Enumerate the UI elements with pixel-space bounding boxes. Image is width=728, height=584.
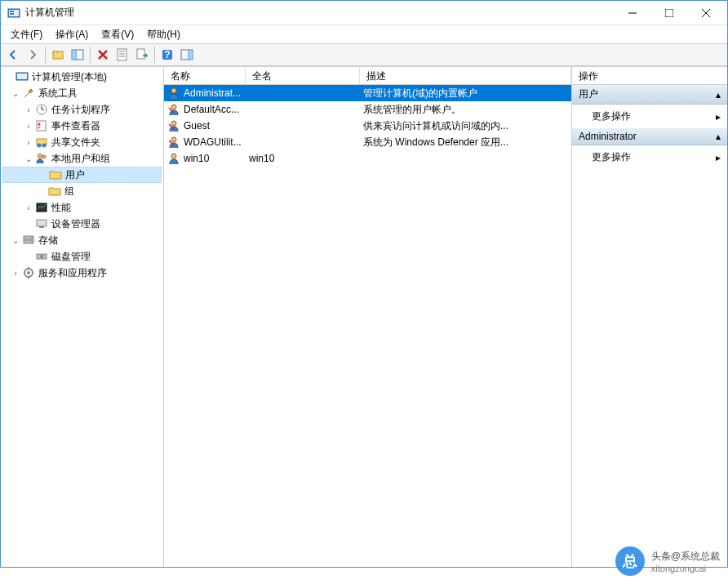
user-icon xyxy=(167,103,180,116)
action-more-admin[interactable]: 更多操作 ▸ xyxy=(572,145,727,169)
action-section-admin[interactable]: Administrator ▴ xyxy=(572,128,727,145)
chevron-right-icon[interactable]: › xyxy=(22,203,35,212)
computer-icon xyxy=(16,70,29,83)
cell-description xyxy=(360,157,571,160)
cell-description: 供来宾访问计算机或访问域的内... xyxy=(360,118,571,135)
minimize-button[interactable] xyxy=(614,1,650,25)
actions-panel: 操作 用户 ▴ 更多操作 ▸ Administrator ▴ 更多操作 ▸ xyxy=(572,67,727,567)
separator xyxy=(45,47,46,63)
tree-label: 性能 xyxy=(51,201,71,215)
disk-icon xyxy=(35,250,48,263)
tree-disk-management[interactable]: 磁盘管理 xyxy=(2,248,162,265)
separator xyxy=(154,47,155,63)
cell-fullname xyxy=(246,91,360,95)
menu-view[interactable]: 查看(V) xyxy=(95,26,140,43)
section-label: Administrator xyxy=(579,131,637,142)
action-more-users[interactable]: 更多操作 ▸ xyxy=(572,105,727,128)
cell-fullname xyxy=(246,124,360,127)
tree-label: 磁盘管理 xyxy=(51,250,91,264)
delete-button[interactable] xyxy=(94,46,112,64)
svg-rect-5 xyxy=(665,9,673,17)
svg-rect-3 xyxy=(10,13,14,15)
actions-pane-button[interactable] xyxy=(178,46,196,64)
main-window: 计算机管理 文件(F) 操作(A) 查看(V) 帮助(H) ? xyxy=(0,0,728,568)
list-row[interactable]: WDAGUtilit... 系统为 Windows Defender 应用... xyxy=(164,134,571,150)
user-icon xyxy=(167,152,180,165)
menu-help[interactable]: 帮助(H) xyxy=(140,26,187,43)
menu-action[interactable]: 操作(A) xyxy=(49,26,95,43)
tree-panel[interactable]: 计算机管理(本地) ⌄ 系统工具 › 任务计划程序 › 事件查看器 xyxy=(1,67,164,567)
chevron-right-icon[interactable]: › xyxy=(22,105,35,114)
show-hide-tree-button[interactable] xyxy=(69,46,87,64)
user-icon xyxy=(167,87,180,100)
tree-device-manager[interactable]: 设备管理器 xyxy=(2,216,162,232)
column-fullname[interactable]: 全名 xyxy=(246,67,360,84)
svg-text:?: ? xyxy=(164,49,170,60)
tree-root[interactable]: 计算机管理(本地) xyxy=(2,69,162,85)
chevron-right-icon[interactable]: › xyxy=(9,269,22,278)
tree-system-tools[interactable]: ⌄ 系统工具 xyxy=(2,85,162,101)
tree-groups[interactable]: 组 xyxy=(2,183,162,199)
chevron-down-icon[interactable]: ⌄ xyxy=(22,154,35,163)
tree-task-scheduler[interactable]: › 任务计划程序 xyxy=(2,101,162,118)
tree-services-apps[interactable]: › 服务和应用程序 xyxy=(2,265,162,281)
svg-point-49 xyxy=(171,105,176,109)
chevron-right-icon[interactable]: › xyxy=(22,122,35,131)
user-icon xyxy=(167,136,180,149)
back-button[interactable] xyxy=(4,46,22,64)
maximize-button[interactable] xyxy=(650,1,687,25)
watermark-logo-icon: 总 xyxy=(615,546,645,576)
tree-label: 存储 xyxy=(38,234,58,247)
chevron-down-icon[interactable]: ⌄ xyxy=(9,236,22,245)
tree-label: 组 xyxy=(64,185,74,198)
tree-label: 任务计划程序 xyxy=(51,103,110,117)
column-name[interactable]: 名称 xyxy=(164,67,246,84)
window-controls xyxy=(614,1,724,25)
up-button[interactable] xyxy=(49,46,67,64)
properties-button[interactable] xyxy=(113,46,131,64)
list-panel: 名称 全名 描述 Administrat... 管理计算机(域)的内置帐户 De… xyxy=(164,67,572,567)
event-icon xyxy=(35,119,48,132)
performance-icon xyxy=(35,201,48,214)
list-row[interactable]: win10 win10 xyxy=(164,150,571,167)
tree-event-viewer[interactable]: › 事件查看器 xyxy=(2,118,162,134)
svg-point-28 xyxy=(38,123,41,126)
separator xyxy=(90,47,91,63)
forward-button[interactable] xyxy=(24,46,42,64)
cell-description: 系统为 Windows Defender 应用... xyxy=(360,134,571,151)
cell-description: 管理计算机(域)的内置帐户 xyxy=(360,85,571,102)
tree-shared-folders[interactable]: › 共享文件夹 xyxy=(2,134,162,150)
cell-name: win10 xyxy=(184,153,209,164)
svg-rect-23 xyxy=(17,74,27,79)
tree-users[interactable]: 用户 xyxy=(2,167,162,183)
list-row[interactable]: Administrat... 管理计算机(域)的内置帐户 xyxy=(164,85,571,101)
help-button[interactable]: ? xyxy=(158,46,176,64)
watermark: 总 头条@系统总裁 xitongzongcai xyxy=(615,546,720,576)
svg-point-31 xyxy=(38,144,42,148)
svg-point-32 xyxy=(42,144,47,148)
svg-point-52 xyxy=(171,154,176,158)
svg-point-29 xyxy=(38,127,41,129)
action-section-users[interactable]: 用户 ▴ xyxy=(572,85,727,105)
tree-performance[interactable]: › 性能 xyxy=(2,199,162,216)
chevron-down-icon[interactable]: ⌄ xyxy=(9,89,22,98)
list-row[interactable]: Guest 供来宾访问计算机或访问域的内... xyxy=(164,118,571,134)
chevron-right-icon[interactable]: › xyxy=(22,138,35,147)
export-button[interactable] xyxy=(133,46,151,64)
user-icon xyxy=(167,119,180,132)
svg-point-40 xyxy=(31,237,33,239)
users-icon xyxy=(35,152,48,165)
list-body[interactable]: Administrat... 管理计算机(域)的内置帐户 DefaultAcc.… xyxy=(164,85,571,567)
tree-storage[interactable]: ⌄ 存储 xyxy=(2,232,162,248)
tree-local-users-groups[interactable]: ⌄ 本地用户和组 xyxy=(2,150,162,167)
close-button[interactable] xyxy=(687,1,724,25)
svg-rect-2 xyxy=(10,11,14,12)
wrench-icon xyxy=(22,87,35,100)
services-icon xyxy=(22,266,35,279)
menu-file[interactable]: 文件(F) xyxy=(4,26,49,43)
list-row[interactable]: DefaultAcc... 系统管理的用户帐户。 xyxy=(164,101,571,118)
svg-rect-16 xyxy=(137,49,144,59)
chevron-right-icon: ▸ xyxy=(716,152,721,163)
svg-rect-12 xyxy=(118,49,127,60)
column-description[interactable]: 描述 xyxy=(360,67,571,84)
